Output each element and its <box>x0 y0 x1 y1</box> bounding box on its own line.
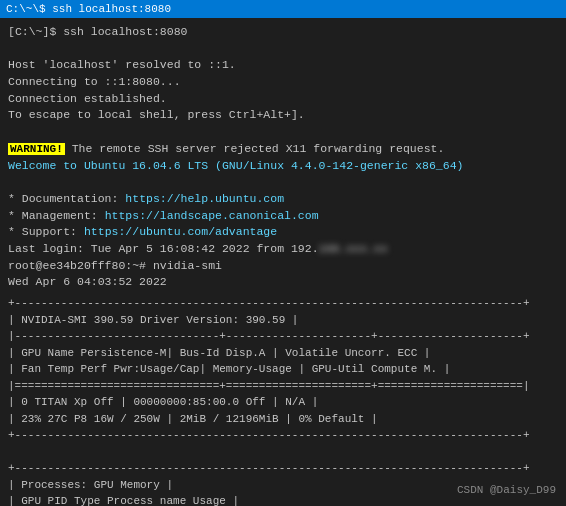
doc-label: * Documentation: <box>8 192 125 205</box>
watermark: CSDN @Daisy_D99 <box>457 484 556 496</box>
escape-hint: To escape to local shell, press Ctrl+Alt… <box>8 107 558 124</box>
title-text: C:\~\$ ssh localhost:8080 <box>6 3 171 15</box>
blank-line-1 <box>8 41 558 58</box>
nvidia-smi-cmd: root@ee34b20fff80:~# nvidia-smi <box>8 258 558 275</box>
last-login: Last login: Tue Apr 5 16:08:42 2022 from… <box>8 241 558 258</box>
smi-version-line: | NVIDIA-SMI 390.59 Driver Version: 390.… <box>8 312 558 329</box>
terminal-content[interactable]: [C:\~]$ ssh localhost:8080 Host 'localho… <box>0 18 566 506</box>
proc-blank <box>8 444 558 461</box>
terminal-window: C:\~\$ ssh localhost:8080 [C:\~]$ ssh lo… <box>0 0 566 506</box>
table-divider2: |===============================+=======… <box>8 378 558 395</box>
cmd-line: [C:\~]$ ssh localhost:8080 <box>8 24 558 41</box>
date-line: Wed Apr 6 04:03:52 2022 <box>8 274 558 291</box>
connecting: Connecting to ::1:8080... <box>8 74 558 91</box>
mgmt-line: * Management: https://landscape.canonica… <box>8 208 558 225</box>
doc-url: https://help.ubuntu.com <box>125 192 284 205</box>
title-bar: C:\~\$ ssh localhost:8080 <box>0 0 566 18</box>
warning-text: The remote SSH server rejected X11 forwa… <box>65 142 445 155</box>
table-top-border: +---------------------------------------… <box>8 295 558 312</box>
support-line: * Support: https://ubuntu.com/advantage <box>8 224 558 241</box>
nvidia-table: +---------------------------------------… <box>8 295 558 506</box>
mgmt-label: * Management: <box>8 209 105 222</box>
support-url: https://ubuntu.com/advantage <box>84 225 277 238</box>
prompt-text: [C:\~]$ ssh localhost:8080 <box>8 25 187 38</box>
connection-established: Connection established. <box>8 91 558 108</box>
table-divider1: |-------------------------------+-------… <box>8 328 558 345</box>
support-label: * Support: <box>8 225 84 238</box>
doc-line: * Documentation: https://help.ubuntu.com <box>8 191 558 208</box>
warning-line: WARNING! The remote SSH server rejected … <box>8 141 558 158</box>
proc-header: +---------------------------------------… <box>8 460 558 477</box>
gpu-row2: | 23% 27C P8 16W / 250W | 2MiB / 12196Mi… <box>8 411 558 428</box>
table-header2: | Fan Temp Perf Pwr:Usage/Cap| Memory-Us… <box>8 361 558 378</box>
last-login-text: Last login: Tue Apr 5 16:08:42 2022 from… <box>8 242 319 255</box>
table-bottom-border: +---------------------------------------… <box>8 427 558 444</box>
blurred-ip: 168.xxx.xx <box>319 241 388 258</box>
blank-line-2 <box>8 124 558 141</box>
table-header1: | GPU Name Persistence-M| Bus-Id Disp.A … <box>8 345 558 362</box>
mgmt-url: https://landscape.canonical.com <box>105 209 319 222</box>
host-resolved: Host 'localhost' resolved to ::1. <box>8 57 558 74</box>
blank-line-3 <box>8 174 558 191</box>
gpu-row1: | 0 TITAN Xp Off | 00000000:85:00.0 Off … <box>8 394 558 411</box>
ubuntu-welcome: Welcome to Ubuntu 16.04.6 LTS (GNU/Linux… <box>8 158 558 175</box>
warning-badge: WARNING! <box>8 143 65 155</box>
